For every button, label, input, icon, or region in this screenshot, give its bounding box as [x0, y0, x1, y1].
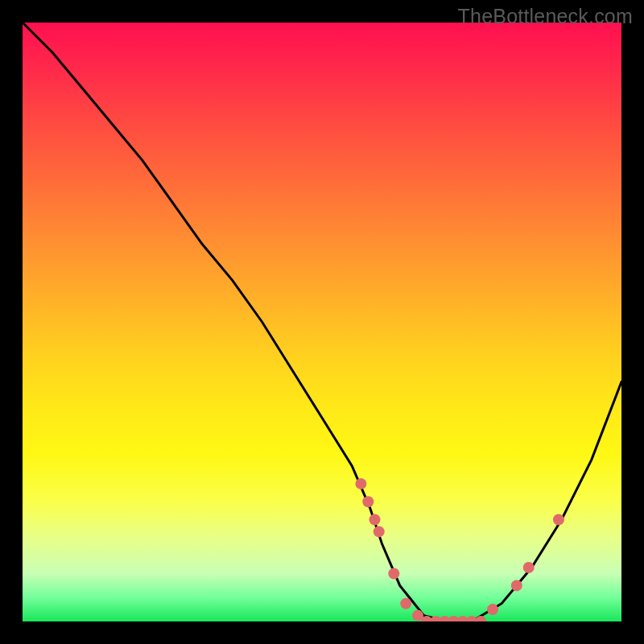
- gpu-point: [355, 478, 366, 489]
- gpu-point: [369, 514, 381, 526]
- bottleneck-curve: [23, 23, 621, 621]
- gpu-point: [362, 496, 374, 507]
- watermark-text: TheBottleneck.com: [458, 5, 633, 28]
- marker-group: [355, 478, 564, 621]
- gpu-point: [511, 580, 522, 591]
- gpu-point: [523, 562, 535, 573]
- gpu-point: [553, 514, 564, 526]
- gpu-point: [400, 598, 411, 609]
- plot-area: [23, 23, 621, 621]
- gpu-point: [388, 568, 399, 580]
- gpu-point: [374, 526, 385, 537]
- gpu-point: [487, 604, 498, 615]
- chart-svg: [23, 23, 621, 621]
- gpu-point: [475, 616, 486, 621]
